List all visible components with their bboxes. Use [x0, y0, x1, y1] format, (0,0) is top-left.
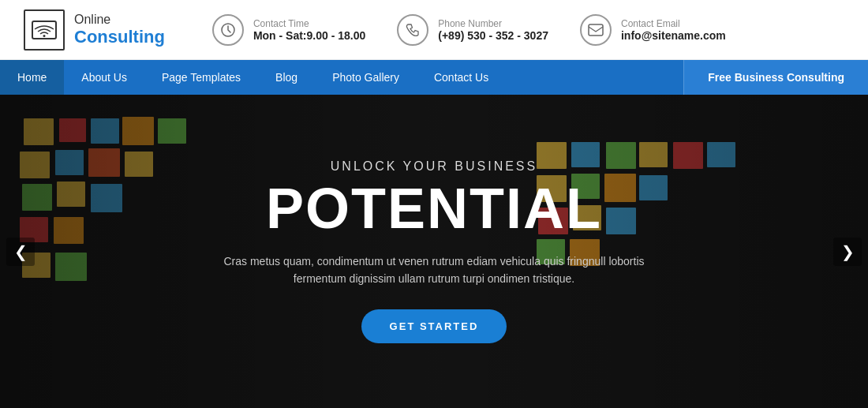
nav-item-home[interactable]: Home — [0, 60, 64, 95]
hero-subtitle: UNLOCK YOUR BUSINESS — [331, 159, 537, 174]
nav-item-contact[interactable]: Contact Us — [417, 60, 506, 95]
hero-title: POTENTIAL — [266, 180, 602, 237]
hero-content: UNLOCK YOUR BUSINESS POTENTIAL Cras metu… — [0, 95, 868, 408]
contact-time-label: Contact Time — [253, 18, 365, 29]
email-icon — [580, 14, 612, 46]
logo-icon — [24, 9, 65, 51]
logo-name-bottom: Consulting — [74, 27, 165, 47]
contact-email: Contact Email info@sitename.com — [580, 14, 726, 46]
logo-name-top: Online — [74, 13, 165, 27]
contact-time-value: Mon - Sat:9.00 - 18.00 — [253, 29, 365, 42]
hero-description: Cras metus quam, condimentum ut venen ru… — [197, 253, 671, 288]
hero-arrow-right[interactable]: ❯ — [833, 238, 862, 266]
nav-cta-button[interactable]: Free Business Consulting — [683, 60, 868, 95]
phone-icon — [397, 14, 428, 46]
nav-item-about[interactable]: About Us — [64, 60, 144, 95]
svg-point-1 — [43, 35, 46, 37]
hero-cta-button[interactable]: GET STARTED — [361, 309, 507, 343]
nav-items: Home About Us Page Templates Blog Photo … — [0, 60, 683, 95]
header-contacts: Contact Time Mon - Sat:9.00 - 18.00 Phon… — [212, 14, 844, 46]
nav-item-blog[interactable]: Blog — [258, 60, 315, 95]
logo[interactable]: Online Consulting — [24, 9, 165, 51]
contact-phone: Phone Number (+89) 530 - 352 - 3027 — [397, 14, 548, 46]
email-label: Contact Email — [621, 18, 726, 29]
contact-time: Contact Time Mon - Sat:9.00 - 18.00 — [212, 14, 365, 46]
email-value: info@sitename.com — [621, 29, 726, 42]
clock-icon — [212, 14, 244, 46]
phone-label: Phone Number — [438, 18, 548, 29]
hero-arrow-left[interactable]: ❮ — [6, 238, 35, 266]
nav-item-templates[interactable]: Page Templates — [144, 60, 258, 95]
site-header: Online Consulting Contact Time Mon - Sat… — [0, 0, 868, 60]
nav-item-gallery[interactable]: Photo Gallery — [315, 60, 417, 95]
logo-text: Online Consulting — [74, 13, 165, 47]
phone-value: (+89) 530 - 352 - 3027 — [438, 29, 548, 42]
svg-rect-3 — [589, 24, 603, 36]
navbar: Home About Us Page Templates Blog Photo … — [0, 60, 868, 95]
hero-section: UNLOCK YOUR BUSINESS POTENTIAL Cras metu… — [0, 95, 868, 408]
